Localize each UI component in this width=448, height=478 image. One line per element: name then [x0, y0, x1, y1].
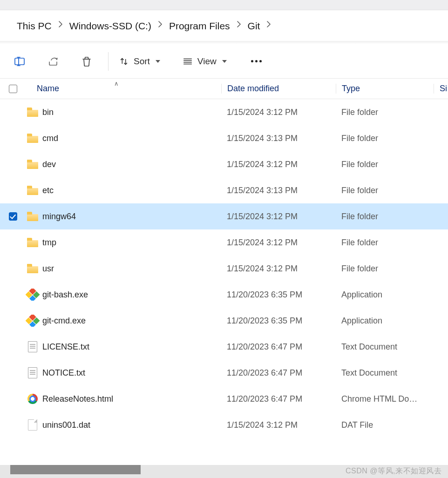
file-row[interactable]: cmd1/15/2024 3:13 PMFile folder	[0, 125, 448, 151]
column-name[interactable]: ∧ Name	[26, 84, 221, 94]
cell-name[interactable]: tmp	[26, 236, 221, 249]
cell-type: Text Document	[336, 368, 434, 378]
chevron-right-icon[interactable]	[54, 20, 67, 29]
svg-rect-0	[15, 58, 24, 65]
breadcrumb-item[interactable]: Windows-SSD (C:)	[67, 20, 154, 33]
file-row[interactable]: ReleaseNotes.html11/20/2023 6:47 PMChrom…	[0, 386, 448, 412]
cell-date: 1/15/2024 3:12 PM	[221, 212, 336, 222]
breadcrumb-item[interactable]: Git	[245, 20, 263, 33]
breadcrumb: This PCWindows-SSD (C:)Program FilesGit	[0, 10, 448, 41]
cell-date: 1/15/2024 3:12 PM	[221, 160, 336, 169]
text-file-icon	[28, 341, 37, 352]
toolbar: Sort View	[0, 44, 448, 79]
breadcrumb-label: Program Files	[166, 20, 233, 33]
cell-name[interactable]: usr	[26, 263, 221, 275]
cell-name[interactable]: dev	[26, 158, 221, 170]
cell-date: 1/15/2024 3:12 PM	[221, 238, 336, 248]
row-checkbox[interactable]	[0, 160, 26, 168]
row-checkbox[interactable]	[0, 421, 26, 429]
folder-icon	[27, 264, 38, 273]
bottom-bar	[0, 465, 448, 478]
column-header-row: ∧ Name Date modified Type Si	[0, 79, 448, 99]
row-checkbox[interactable]	[0, 264, 26, 273]
file-icon	[28, 419, 37, 431]
cell-type: File folder	[336, 108, 434, 117]
row-checkbox[interactable]	[0, 108, 26, 116]
chevron-down-icon	[156, 60, 160, 63]
column-date[interactable]: Date modified	[221, 84, 336, 94]
file-row[interactable]: bin1/15/2024 3:12 PMFile folder	[0, 99, 448, 125]
cell-name[interactable]: mingw64	[26, 210, 221, 222]
folder-icon	[27, 238, 38, 247]
cell-name[interactable]: NOTICE.txt	[26, 367, 221, 379]
folder-icon	[27, 160, 38, 169]
row-checkbox[interactable]	[0, 212, 26, 221]
column-type[interactable]: Type	[336, 84, 434, 94]
row-checkbox[interactable]	[0, 369, 26, 377]
file-row[interactable]: usr1/15/2024 3:12 PMFile folder	[0, 256, 448, 282]
sort-label: Sort	[129, 56, 154, 67]
git-icon	[26, 289, 40, 301]
file-name: tmp	[42, 238, 56, 248]
chevron-right-icon[interactable]	[154, 20, 166, 29]
row-checkbox[interactable]	[0, 290, 26, 299]
delete-button[interactable]	[70, 47, 103, 76]
file-row[interactable]: unins001.dat1/15/2024 3:12 PMDAT File	[0, 412, 448, 438]
cell-name[interactable]: cmd	[26, 132, 221, 144]
file-row[interactable]: tmp1/15/2024 3:12 PMFile folder	[0, 229, 448, 256]
breadcrumb-item[interactable]: Program Files	[166, 20, 233, 33]
cell-type: Text Document	[336, 342, 434, 352]
cell-name[interactable]: bin	[26, 106, 221, 118]
select-all-checkbox[interactable]	[0, 85, 26, 93]
chrome-icon	[27, 394, 38, 404]
row-checkbox[interactable]	[0, 134, 26, 142]
toolbar-separator	[108, 52, 109, 71]
file-name: NOTICE.txt	[42, 368, 85, 378]
rename-button[interactable]	[3, 47, 36, 76]
hscroll-thumb[interactable]	[10, 465, 141, 474]
cell-date: 1/15/2024 3:12 PM	[221, 108, 336, 117]
cell-name[interactable]: git-cmd.exe	[26, 315, 221, 327]
cell-name[interactable]: ReleaseNotes.html	[26, 393, 221, 405]
folder-icon	[27, 186, 38, 195]
file-name: git-cmd.exe	[42, 316, 86, 326]
hscroll-track[interactable]	[10, 465, 440, 474]
cell-date: 11/20/2023 6:35 PM	[221, 290, 336, 300]
file-row[interactable]: dev1/15/2024 3:12 PMFile folder	[0, 151, 448, 177]
view-dropdown[interactable]: View	[177, 54, 232, 69]
file-row[interactable]: etc1/15/2024 3:13 PMFile folder	[0, 177, 448, 203]
cell-name[interactable]: etc	[26, 184, 221, 196]
file-row[interactable]: mingw641/15/2024 3:12 PMFile folder	[0, 203, 448, 229]
row-checkbox[interactable]	[0, 395, 26, 403]
column-size[interactable]: Si	[434, 84, 448, 94]
cell-type: File folder	[336, 238, 434, 248]
cell-name[interactable]: LICENSE.txt	[26, 341, 221, 353]
row-checkbox[interactable]	[0, 238, 26, 247]
file-row[interactable]: git-cmd.exe11/20/2023 6:35 PMApplication	[0, 308, 448, 334]
cell-date: 11/20/2023 6:47 PM	[221, 394, 336, 404]
file-row[interactable]: NOTICE.txt11/20/2023 6:47 PMText Documen…	[0, 360, 448, 386]
file-name: LICENSE.txt	[42, 342, 89, 352]
row-checkbox[interactable]	[0, 343, 26, 351]
chevron-right-icon[interactable]	[233, 20, 245, 29]
breadcrumb-item[interactable]: This PC	[14, 20, 54, 33]
text-file-icon	[28, 367, 37, 378]
cell-date: 11/20/2023 6:47 PM	[221, 368, 336, 378]
file-name: usr	[42, 264, 54, 274]
chevron-right-icon[interactable]	[263, 20, 275, 29]
share-button[interactable]	[36, 47, 70, 76]
cell-date: 1/15/2024 3:13 PM	[221, 134, 336, 143]
file-row[interactable]: LICENSE.txt11/20/2023 6:47 PMText Docume…	[0, 334, 448, 360]
cell-name[interactable]: git-bash.exe	[26, 289, 221, 301]
row-checkbox[interactable]	[0, 316, 26, 325]
file-row[interactable]: git-bash.exe11/20/2023 6:35 PMApplicatio…	[0, 282, 448, 308]
more-button[interactable]	[242, 56, 271, 66]
file-list: bin1/15/2024 3:12 PMFile foldercmd1/15/2…	[0, 99, 448, 438]
row-checkbox[interactable]	[0, 186, 26, 195]
breadcrumb-label: Windows-SSD (C:)	[67, 20, 154, 33]
cell-name[interactable]: unins001.dat	[26, 419, 221, 431]
sort-dropdown[interactable]: Sort	[113, 54, 166, 69]
folder-icon	[27, 134, 38, 143]
cell-type: File folder	[336, 264, 434, 274]
breadcrumb-label: This PC	[14, 20, 54, 33]
